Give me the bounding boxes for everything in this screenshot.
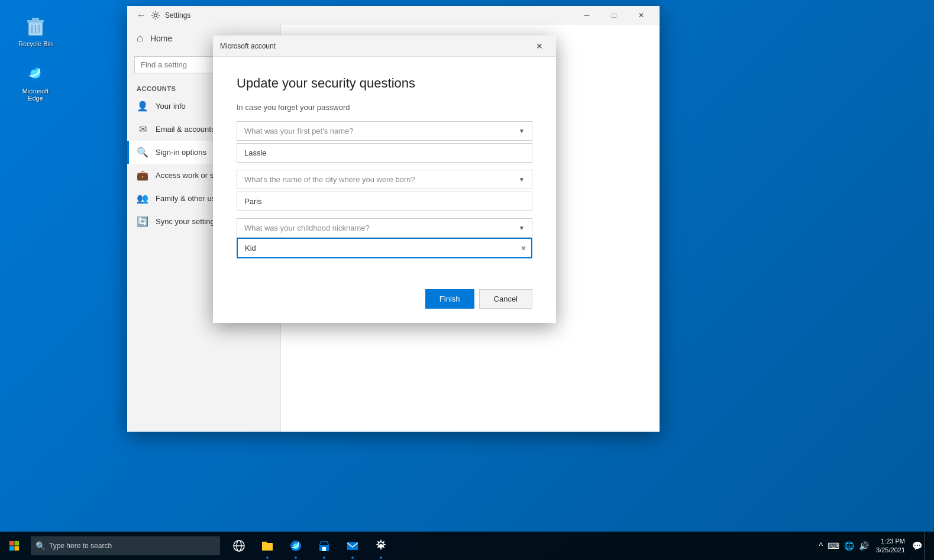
svg-point-22 [379, 544, 383, 548]
modal-dialog: Microsoft account ✕ Update your security… [213, 35, 556, 323]
file-explorer-icon [261, 539, 274, 552]
task-view-icon [232, 539, 245, 552]
modal-footer: Finish Cancel [213, 280, 556, 323]
svg-rect-11 [14, 546, 19, 551]
taskbar-search[interactable]: 🔍 Type here to search [31, 536, 220, 555]
taskbar-search-text: Type here to search [49, 542, 112, 550]
maximize-button[interactable]: □ [600, 6, 628, 25]
taskbar-file-explorer[interactable] [253, 532, 282, 560]
clock-time: 1:23 PM [881, 537, 905, 546]
svg-rect-2 [32, 18, 39, 20]
clock-date: 3/25/2021 [876, 546, 905, 555]
your-info-icon: 👤 [137, 101, 148, 112]
keyboard-icon[interactable]: ⌨ [828, 541, 839, 551]
back-button[interactable]: ← [132, 6, 151, 25]
question-1-text: What was your first pet's name? [244, 127, 354, 135]
question-2-text: What's the name of the city where you we… [244, 175, 415, 184]
clear-answer-3-button[interactable]: ✕ [519, 243, 528, 254]
edge-label: Microsoft Edge [14, 88, 57, 102]
settings-window-icon [151, 11, 160, 20]
titlebar-controls: ─ □ ✕ [573, 6, 655, 25]
store-icon [318, 539, 331, 552]
modal-titlebar: Microsoft account ✕ [213, 35, 556, 57]
modal-body: Update your security questions In case y… [213, 57, 556, 280]
answer-1-input[interactable] [237, 143, 532, 163]
network-icon[interactable]: 🌐 [844, 541, 854, 551]
home-icon: ⌂ [137, 32, 143, 44]
taskbar: 🔍 Type here to search [0, 532, 934, 560]
sidebar-item-your-info-label: Your info [156, 102, 186, 111]
recycle-bin-icon[interactable]: Recycle Bin [12, 12, 59, 50]
close-button[interactable]: ✕ [628, 6, 655, 25]
mail-icon [346, 539, 359, 552]
edge-icon[interactable]: Microsoft Edge [12, 59, 59, 104]
notifications-icon[interactable]: 💬 [912, 541, 922, 551]
question-3-text: What was your childhood nickname? [244, 224, 370, 232]
minimize-button[interactable]: ─ [573, 6, 600, 25]
security-question-group-1: What was your first pet's name? ▼ [237, 121, 532, 163]
system-clock[interactable]: 1:23 PM 3/25/2021 [871, 537, 910, 555]
taskbar-edge-icon [289, 539, 302, 552]
family-users-icon: 👥 [137, 193, 148, 204]
taskbar-edge[interactable] [282, 532, 310, 560]
access-work-icon: 💼 [137, 170, 148, 181]
taskbar-mail[interactable] [338, 532, 367, 560]
cancel-button[interactable]: Cancel [479, 289, 532, 309]
chevron-down-icon-2: ▼ [519, 176, 525, 183]
security-question-group-2: What's the name of the city where you we… [237, 170, 532, 211]
taskbar-settings[interactable] [367, 532, 395, 560]
sidebar-item-email-accounts-label: Email & accounts [156, 125, 215, 134]
home-label: Home [150, 34, 172, 43]
svg-rect-20 [322, 547, 326, 551]
show-desktop-button[interactable] [925, 532, 929, 560]
sidebar-item-sync-label: Sync your settings [156, 217, 218, 226]
system-tray-icons: ^ ⌨ 🌐 🔊 [819, 541, 869, 551]
sidebar-item-sign-in-label: Sign-in options [156, 148, 206, 157]
taskbar-task-view[interactable] [225, 532, 253, 560]
settings-window-title: Settings [165, 11, 573, 20]
answer-2-input[interactable] [237, 192, 532, 211]
recycle-bin-label: Recycle Bin [18, 40, 53, 47]
security-question-group-3: What was your childhood nickname? ▼ ✕ [237, 218, 532, 258]
modal-subtitle: In case you forget your password [237, 103, 532, 112]
chevron-up-icon[interactable]: ^ [819, 541, 823, 551]
sign-in-icon: 🔍 [137, 147, 148, 158]
settings-titlebar: ← Settings ─ □ ✕ [127, 6, 660, 25]
svg-rect-10 [9, 546, 14, 551]
taskbar-settings-icon [374, 539, 387, 552]
svg-point-7 [154, 14, 157, 17]
svg-rect-17 [262, 542, 267, 544]
question-3-dropdown[interactable]: What was your childhood nickname? ▼ [237, 218, 532, 238]
question-2-dropdown[interactable]: What's the name of the city where you we… [237, 170, 532, 189]
svg-rect-21 [347, 542, 358, 550]
chevron-down-icon: ▼ [519, 128, 525, 134]
modal-title: Microsoft account [220, 42, 530, 50]
sync-icon: 🔄 [137, 216, 148, 227]
modal-heading: Update your security questions [237, 76, 532, 91]
svg-rect-9 [14, 541, 19, 546]
answer-3-input-wrapper: ✕ [237, 238, 532, 258]
windows-icon [9, 540, 20, 551]
volume-icon[interactable]: 🔊 [859, 541, 869, 551]
start-button[interactable] [0, 532, 28, 560]
finish-button[interactable]: Finish [425, 289, 474, 309]
question-1-dropdown[interactable]: What was your first pet's name? ▼ [237, 121, 532, 141]
desktop: Recycle Bin Microsoft Edge ← Settings ─ [0, 0, 934, 560]
email-accounts-icon: ✉ [137, 124, 148, 135]
taskbar-store[interactable] [310, 532, 338, 560]
chevron-down-icon-3: ▼ [519, 225, 525, 231]
taskbar-search-icon: 🔍 [35, 541, 46, 551]
svg-rect-8 [9, 541, 14, 546]
taskbar-center-icons [225, 532, 395, 560]
svg-rect-16 [262, 544, 273, 551]
modal-close-button[interactable]: ✕ [530, 37, 549, 56]
svg-rect-1 [27, 20, 44, 22]
answer-3-input[interactable] [237, 238, 532, 258]
taskbar-right: ^ ⌨ 🌐 🔊 1:23 PM 3/25/2021 💬 [819, 532, 934, 560]
